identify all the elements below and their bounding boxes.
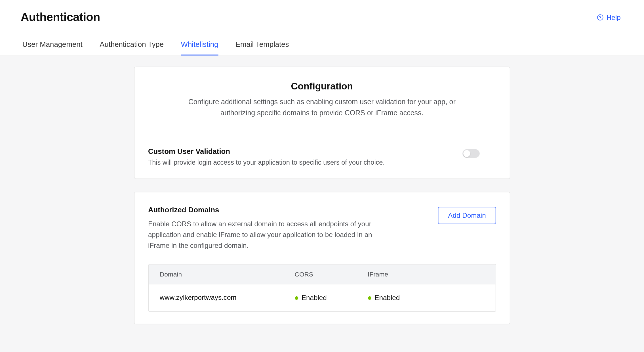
custom-user-validation-row: Custom User Validation This will provide…	[148, 134, 496, 166]
custom-user-validation-toggle[interactable]	[462, 149, 479, 158]
svg-point-1	[600, 19, 601, 19]
domains-table: Domain CORS IFrame www.zylkerportways.co…	[148, 264, 496, 311]
tab-user-management[interactable]: User Management	[22, 40, 83, 55]
table-row: www.zylkerportways.com Enabled Enabled	[148, 284, 495, 311]
col-header-domain: Domain	[148, 270, 294, 278]
cors-status-label: Enabled	[302, 294, 327, 302]
col-header-cors: CORS	[295, 270, 368, 278]
add-domain-button[interactable]: Add Domain	[438, 207, 496, 224]
content-area: Configuration Configure additional setti…	[0, 55, 644, 352]
custom-user-validation-description: This will provide login access to your a…	[148, 159, 385, 166]
help-link[interactable]: Help	[597, 14, 623, 21]
status-dot-icon	[368, 296, 371, 299]
tab-whitelisting[interactable]: Whitelisting	[181, 40, 218, 55]
configuration-description: Configure additional settings such as en…	[176, 96, 468, 118]
custom-user-validation-title: Custom User Validation	[148, 148, 385, 156]
cors-status: Enabled	[295, 294, 327, 302]
iframe-status: Enabled	[368, 294, 400, 302]
toggle-knob	[463, 150, 470, 157]
col-header-iframe: IFrame	[368, 270, 495, 278]
authorized-domains-title: Authorized Domains	[148, 206, 389, 215]
authorized-domains-description: Enable CORS to allow an external domain …	[148, 219, 389, 251]
help-icon	[597, 14, 604, 21]
tabs-nav: User Management Authentication Type Whit…	[0, 24, 644, 56]
authorized-domains-card: Authorized Domains Enable CORS to allow …	[134, 192, 510, 324]
status-dot-icon	[295, 296, 298, 299]
table-header-row: Domain CORS IFrame	[148, 264, 495, 284]
help-label: Help	[607, 14, 621, 21]
configuration-title: Configuration	[148, 81, 496, 92]
page-title: Authentication	[21, 11, 100, 24]
tab-email-templates[interactable]: Email Templates	[235, 40, 289, 55]
cell-domain: www.zylkerportways.com	[148, 294, 294, 301]
configuration-card: Configuration Configure additional setti…	[134, 67, 510, 179]
iframe-status-label: Enabled	[374, 294, 400, 302]
tab-authentication-type[interactable]: Authentication Type	[100, 40, 164, 55]
